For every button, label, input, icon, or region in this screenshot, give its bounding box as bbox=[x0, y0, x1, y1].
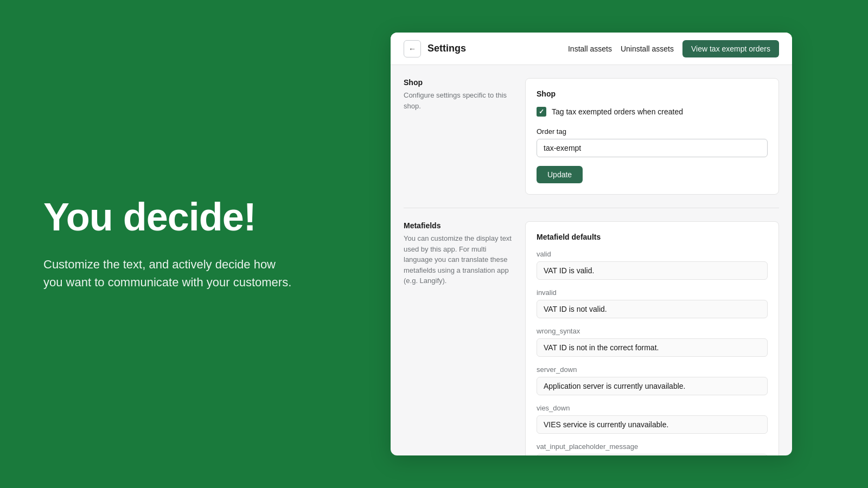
metafield-row: vat_input_placeholder_message bbox=[537, 442, 768, 455]
metafield-input[interactable] bbox=[537, 338, 768, 357]
shop-section: Shop Configure settings specific to this… bbox=[404, 78, 779, 195]
shop-section-label: Shop Configure settings specific to this… bbox=[404, 78, 512, 195]
metafield-input[interactable] bbox=[537, 261, 768, 280]
metafield-row: valid bbox=[537, 250, 768, 280]
settings-window: ← Settings Install assets Uninstall asse… bbox=[391, 33, 792, 455]
shop-section-card: Shop Tag tax exempted orders when create… bbox=[525, 78, 779, 195]
metafield-key: invalid bbox=[537, 288, 768, 297]
metafield-input[interactable] bbox=[537, 300, 768, 318]
metafield-row: wrong_syntax bbox=[537, 327, 768, 357]
metafield-row: server_down bbox=[537, 365, 768, 395]
metafield-key: server_down bbox=[537, 365, 768, 374]
uninstall-assets-link[interactable]: Uninstall assets bbox=[621, 44, 674, 53]
view-tax-exempt-button[interactable]: View tax exempt orders bbox=[682, 40, 779, 57]
metafield-input[interactable] bbox=[537, 415, 768, 434]
back-icon: ← bbox=[409, 44, 416, 53]
back-button[interactable]: ← bbox=[404, 40, 421, 57]
metafield-key: wrong_syntax bbox=[537, 327, 768, 335]
main-layout: You decide! Customize the text, and acti… bbox=[0, 0, 868, 488]
tag-exempted-label: Tag tax exempted orders when created bbox=[552, 107, 683, 116]
metafield-input[interactable] bbox=[537, 454, 768, 455]
update-button[interactable]: Update bbox=[537, 166, 583, 183]
metafields-section-label: Metafields You can customize the display… bbox=[404, 221, 512, 455]
tag-exempted-checkbox[interactable] bbox=[537, 107, 546, 117]
shop-label-title: Shop bbox=[404, 78, 512, 87]
metafield-key: valid bbox=[537, 250, 768, 258]
metafields-label-title: Metafields bbox=[404, 221, 512, 230]
metafields-card-title: Metafield defaults bbox=[537, 233, 768, 241]
tag-exempted-row: Tag tax exempted orders when created bbox=[537, 107, 768, 117]
settings-header: ← Settings Install assets Uninstall asse… bbox=[391, 33, 792, 65]
shop-label-desc: Configure settings specific to this shop… bbox=[404, 90, 512, 111]
metafields-section-card: Metafield defaults validinvalidwrong_syn… bbox=[525, 221, 779, 455]
metafields-label-desc: You can customize the display text used … bbox=[404, 233, 512, 286]
install-assets-link[interactable]: Install assets bbox=[568, 44, 612, 53]
settings-title: Settings bbox=[427, 43, 466, 54]
metafield-row: invalid bbox=[537, 288, 768, 318]
metafields-section: Metafields You can customize the display… bbox=[404, 221, 779, 455]
headline: You decide! bbox=[43, 197, 293, 238]
header-left: ← Settings bbox=[404, 40, 466, 57]
metafield-row: vies_down bbox=[537, 404, 768, 434]
metafield-key: vat_input_placeholder_message bbox=[537, 442, 768, 451]
header-actions: Install assets Uninstall assets View tax… bbox=[568, 40, 779, 57]
left-panel: You decide! Customize the text, and acti… bbox=[0, 164, 336, 324]
order-tag-input[interactable] bbox=[537, 139, 768, 157]
shop-card-title: Shop bbox=[537, 89, 768, 98]
subtext: Customize the text, and actively decide … bbox=[43, 255, 293, 291]
section-divider bbox=[404, 208, 779, 208]
metafield-key: vies_down bbox=[537, 404, 768, 412]
metafield-input[interactable] bbox=[537, 377, 768, 395]
order-tag-label: Order tag bbox=[537, 127, 768, 136]
right-panel: ← Settings Install assets Uninstall asse… bbox=[336, 22, 868, 466]
settings-body: Shop Configure settings specific to this… bbox=[391, 65, 792, 455]
metafields-container: validinvalidwrong_syntaxserver_downvies_… bbox=[537, 250, 768, 455]
